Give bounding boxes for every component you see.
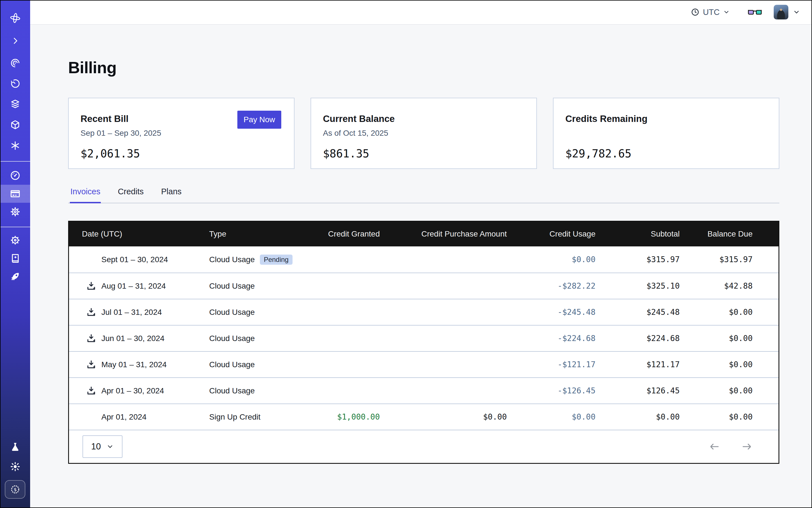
sidebar-item-timer[interactable] xyxy=(0,75,30,93)
invoice-date: Sept 01 – 30, 2024 xyxy=(101,255,168,264)
arrow-right-icon xyxy=(741,441,753,453)
download-icon xyxy=(86,307,96,318)
download-invoice-button[interactable] xyxy=(86,307,97,318)
table-footer: 10 xyxy=(69,430,778,463)
invoice-type: Cloud Usage xyxy=(209,386,255,395)
invoice-type: Cloud Usage xyxy=(209,282,255,291)
chevron-down-icon xyxy=(793,8,800,16)
credit-usage-cell: -$224.68 xyxy=(507,334,596,343)
invoice-type: Cloud Usage xyxy=(209,360,255,369)
column-header: Credit Granted xyxy=(312,229,380,239)
glasses-toggle[interactable] xyxy=(748,8,762,16)
sidebar: $ xyxy=(0,0,30,508)
subtotal-cell: $0.00 xyxy=(596,412,680,422)
card-title: Credits Remaining xyxy=(565,114,766,124)
invoice-date: Jun 01 – 30, 2024 xyxy=(101,334,164,343)
invoice-date: Aug 01 – 31, 2024 xyxy=(101,282,166,291)
tab-invoices[interactable]: Invoices xyxy=(70,187,101,203)
invoice-type-cell: Cloud Usage xyxy=(209,282,312,291)
download-icon xyxy=(86,359,96,370)
invoice-date: Jul 01 – 31, 2024 xyxy=(101,308,162,317)
table-row: Aug 01 – 31, 2024 Cloud Usage -$282.22 $… xyxy=(69,272,778,299)
invoice-type-cell: Sign Up Credit xyxy=(209,413,312,422)
card-subtitle: As of Oct 15, 2025 xyxy=(323,129,524,138)
next-page-button[interactable] xyxy=(741,441,753,453)
card-subtitle: Sep 01 – Sep 30, 2025 xyxy=(81,129,282,138)
download-invoice-button[interactable] xyxy=(86,281,97,292)
download-icon xyxy=(86,281,96,291)
subtotal-cell: $325.10 xyxy=(596,281,680,291)
download-invoice-button[interactable] xyxy=(86,385,97,396)
invoice-date: May 01 – 31, 2024 xyxy=(101,360,167,369)
page-size-value: 10 xyxy=(91,441,101,452)
sidebar-item-settings[interactable] xyxy=(0,203,30,221)
sidebar-item-cube[interactable] xyxy=(0,116,30,134)
invoice-type-cell: Cloud Usage xyxy=(209,386,312,395)
download-invoice-button[interactable] xyxy=(86,333,97,344)
subtotal-cell: $126.45 xyxy=(596,386,680,395)
column-header: Credit Usage xyxy=(507,229,596,239)
download-invoice-button[interactable] xyxy=(86,359,97,370)
invoice-date-cell: Jun 01 – 30, 2024 xyxy=(69,333,209,344)
subtotal-cell: $224.68 xyxy=(596,334,680,343)
balance-due-cell: $0.00 xyxy=(680,386,778,395)
sidebar-item-launch[interactable] xyxy=(0,267,30,286)
app-logo-icon xyxy=(0,9,30,27)
tab-credits[interactable]: Credits xyxy=(117,187,144,203)
column-header: Subtotal xyxy=(596,229,680,239)
recent-bill-card: Recent Bill Sep 01 – Sep 30, 2025 $2,061… xyxy=(68,98,295,169)
clock-icon xyxy=(691,8,699,16)
table-row: Jul 01 – 31, 2024 Cloud Usage -$245.48 $… xyxy=(69,299,778,325)
balance-due-cell: $315.97 xyxy=(680,255,778,264)
sidebar-item-theme-sun[interactable] xyxy=(0,458,30,476)
invoice-type-cell: Cloud Usage Pending xyxy=(209,255,312,265)
sidebar-item-usage-gauge[interactable] xyxy=(0,166,30,184)
credit-usage-cell: $0.00 xyxy=(507,255,596,264)
credit-usage-cell: -$245.48 xyxy=(507,307,596,317)
balance-due-cell: $42.88 xyxy=(680,281,778,291)
sidebar-item-docs[interactable] xyxy=(0,250,30,267)
credit-usage-cell: -$282.22 xyxy=(507,281,596,291)
timezone-selector[interactable]: UTC xyxy=(691,8,730,17)
prev-page-button[interactable] xyxy=(709,441,721,453)
sidebar-item-helm[interactable] xyxy=(0,231,30,249)
table-row: Apr 01 – 30, 2024 Cloud Usage -$126.45 $… xyxy=(69,377,778,404)
pay-now-button[interactable]: Pay Now xyxy=(237,111,281,129)
card-title: Current Balance xyxy=(323,114,524,124)
credit-usage-cell: -$126.45 xyxy=(507,386,596,395)
sidebar-item-layers[interactable] xyxy=(0,95,30,113)
sidebar-item-spiral[interactable] xyxy=(0,54,30,72)
table-row: Apr 01, 2024 Sign Up Credit $1,000.00 $0… xyxy=(69,404,778,430)
sidebar-item-credits-badge[interactable]: $ xyxy=(5,480,25,499)
page-size-select[interactable]: 10 xyxy=(83,435,123,458)
main-content: Billing Recent Bill Sep 01 – Sep 30, 202… xyxy=(30,25,812,508)
invoice-date-cell: Sept 01 – 30, 2024 xyxy=(69,254,209,265)
subtotal-cell: $245.48 xyxy=(596,307,680,317)
account-menu-button[interactable] xyxy=(793,8,800,16)
download-icon xyxy=(86,385,96,396)
table-row: Sept 01 – 30, 2024 Cloud Usage Pending $… xyxy=(69,246,778,272)
subtotal-cell: $315.97 xyxy=(596,255,680,264)
column-header: Type xyxy=(209,229,312,239)
invoices-table: Date (UTC) Type Credit Granted Credit Pu… xyxy=(68,221,779,464)
sidebar-item-billing[interactable] xyxy=(0,185,30,203)
current-balance-card: Current Balance As of Oct 15, 2025 $861.… xyxy=(310,98,537,169)
credit-granted-cell: $1,000.00 xyxy=(312,412,380,422)
credit-usage-cell: $0.00 xyxy=(507,412,596,422)
tab-plans[interactable]: Plans xyxy=(161,187,182,203)
sidebar-expand-button[interactable] xyxy=(0,32,30,50)
status-badge: Pending xyxy=(260,255,293,265)
billing-tabs: Invoices Credits Plans xyxy=(68,187,779,203)
page-title: Billing xyxy=(68,58,779,77)
balance-due-cell: $0.00 xyxy=(680,360,778,369)
invoice-date-cell: Apr 01 – 30, 2024 xyxy=(69,385,209,396)
balance-due-cell: $0.00 xyxy=(680,334,778,343)
balance-due-cell: $0.00 xyxy=(680,412,778,422)
column-header: Balance Due xyxy=(680,229,778,239)
card-amount: $29,782.65 xyxy=(565,147,766,160)
sidebar-item-asterisk[interactable] xyxy=(0,136,30,155)
avatar[interactable] xyxy=(774,5,788,19)
svg-text:$: $ xyxy=(13,487,16,492)
card-amount: $861.35 xyxy=(323,147,524,160)
sidebar-item-labs-flask[interactable] xyxy=(0,438,30,456)
